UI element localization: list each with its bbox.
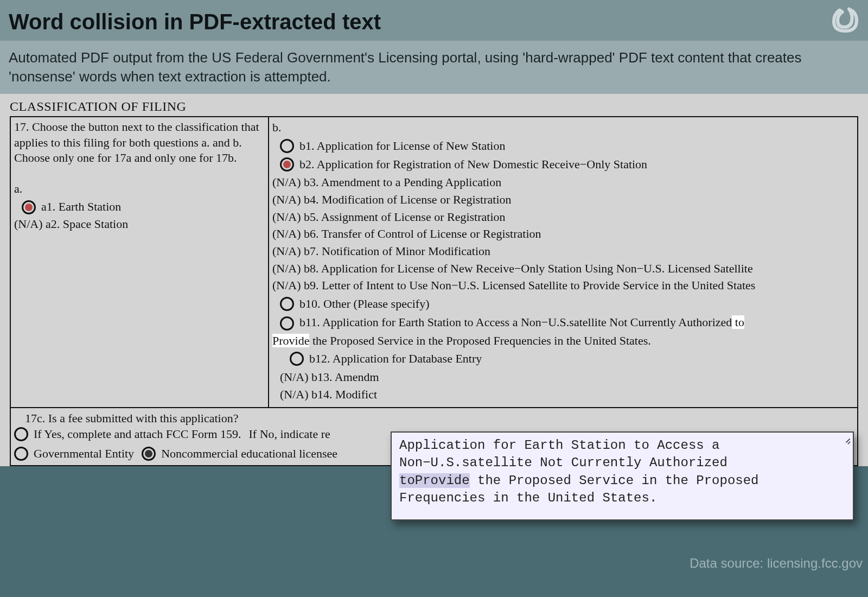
q17c-ifyes: If Yes, complete and attach FCC Form 159… [34,426,241,442]
popup-line1: Application for Earth Station to Access … [399,437,844,454]
pdf-document-region: CLASSIFICATION OF FILING 17. Choose the … [0,94,868,466]
subtitle-band: Automated PDF output from the US Federal… [0,41,868,94]
radio-empty-icon [14,427,28,441]
label-b: b. [272,119,854,136]
page-subtitle: Automated PDF output from the US Federal… [9,48,859,86]
option-a1-label: a1. Earth Station [41,199,264,215]
extracted-text-popup[interactable]: Application for Earth Station to Access … [391,431,854,520]
option-b7: (N/A) b7. Notification of Minor Modifica… [272,243,854,259]
popup-line4: Frequencies in the United States. [399,490,844,507]
label-a: a. [14,181,264,197]
option-a2: (N/A) a2. Space Station [14,217,264,232]
radio-empty-icon [280,316,294,331]
option-b14: (N/A) b14. Modifict [272,386,854,403]
option-a1[interactable]: a1. Earth Station [14,199,264,215]
b11-text-pre: b11. Application for Earth Station to Ac… [299,315,732,329]
option-b10[interactable]: b10. Other (Please specify) [272,296,854,312]
b11-highlight-to: to [732,315,744,329]
radio-filled-icon [142,447,156,461]
radio-empty-icon [280,139,294,153]
option-b1[interactable]: b1. Application for License of New Stati… [272,138,854,154]
q17c-gov-option[interactable]: Governmental Entity [14,446,134,462]
option-b12-label: b12. Application for Database Entry [309,351,854,367]
option-b10-label: b10. Other (Please specify) [299,296,854,312]
option-b1-label: b1. Application for License of New Stati… [299,138,854,154]
option-b8: (N/A) b8. Application for License of New… [272,261,854,277]
option-b4: (N/A) b4. Modification of License or Reg… [272,192,854,208]
title-band: Word collision in PDF-extracted text [0,0,868,41]
popup-line3: toProvide the Proposed Service in the Pr… [399,472,844,490]
option-b3: (N/A) b3. Amendment to a Pending Applica… [272,174,854,190]
option-b5: (N/A) b5. Assignment of License or Regis… [272,209,854,225]
form-q17-box: 17. Choose the button next to the classi… [10,116,858,408]
option-b12[interactable]: b12. Application for Database Entry [272,351,854,367]
q17-intro: 17. Choose the button next to the classi… [14,119,264,166]
resize-handle-icon[interactable] [843,436,851,443]
page-title: Word collision in PDF-extracted text [9,10,859,34]
option-b11-label: b11. Application for Earth Station to Ac… [299,314,854,331]
option-b6: (N/A) b6. Transfer of Control of License… [272,226,854,242]
q17c-noncom-option[interactable]: Noncommercial educational licensee [142,446,337,462]
option-b11-cont: Provide the Proposed Service in the Prop… [272,333,854,349]
b11-text-post: the Proposed Service in the Proposed Fre… [309,334,650,347]
radio-empty-icon [14,447,28,461]
radio-empty-icon [280,297,294,311]
option-b2-label: b2. Application for Registration of New … [299,156,854,173]
option-b2[interactable]: b2. Application for Registration of New … [272,156,854,173]
column-b: b. b1. Application for License of New St… [269,117,857,407]
option-b13: (N/A) b13. Amendm [272,369,854,385]
q17c-question: 17c. Is a fee submitted with this applic… [14,410,854,427]
section-heading: CLASSIFICATION OF FILING [10,96,858,116]
radio-filled-icon [280,157,294,172]
q17c-yes-option[interactable]: If Yes, complete and attach FCC Form 159… [14,426,241,442]
q17c-ifno: If No, indicate re [249,426,330,442]
option-b11[interactable]: b11. Application for Earth Station to Ac… [272,314,854,331]
brand-logo [830,4,860,35]
q17c-gov-label: Governmental Entity [34,446,134,462]
data-source-credit: Data source: licensing.fcc.gov [690,556,863,571]
popup-line3-rest: the Proposed Service in the Proposed [470,473,759,488]
radio-filled-icon [22,200,36,214]
radio-empty-icon [290,352,304,366]
q17c-question-text: 17c. Is a fee submitted with this applic… [25,411,238,425]
popup-line2: Non−U.S.satellite Not Currently Authoriz… [399,454,844,472]
column-a: 17. Choose the button next to the classi… [11,117,269,407]
q17c-noncom-label: Noncommercial educational licensee [161,446,337,462]
option-b9: (N/A) b9. Letter of Intent to Use Non−U.… [272,277,854,294]
b11-highlight-provide: Provide [272,334,309,347]
popup-collision-word: toProvide [399,473,470,488]
